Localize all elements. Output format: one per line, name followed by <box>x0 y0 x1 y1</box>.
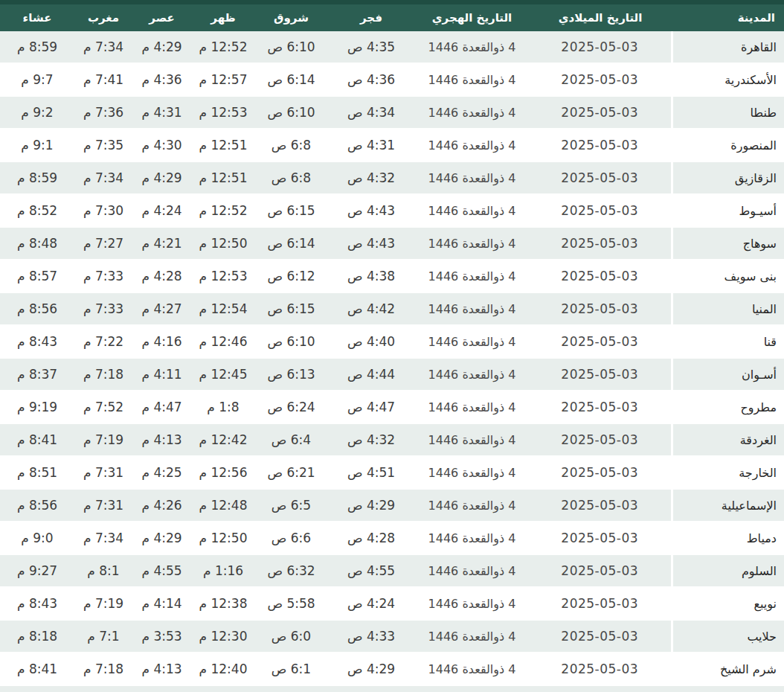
cell-city: نويبع <box>672 587 784 620</box>
cell-city: القاهرة <box>672 31 784 63</box>
cell-sunrise-time: 5:58 ص <box>255 587 327 620</box>
cell-sunrise-time: 6:6 ص <box>255 522 327 554</box>
cell-hijri-date: 4 ذوالقعدة 1446 <box>415 489 529 522</box>
cell-maghrib-time: 7:22 م <box>74 325 132 358</box>
cell-fajr-time: 4:34 ص <box>327 96 415 129</box>
cell-dhuhr-time: 12:50 م <box>191 227 255 260</box>
cell-city: دمياط <box>672 522 784 554</box>
cell-gregorian-date: 2025-05-03 <box>529 325 672 358</box>
cell-city: قنا <box>672 325 784 358</box>
cell-gregorian-date: 2025-05-03 <box>529 129 672 161</box>
cell-dhuhr-time: 12:57 م <box>191 63 255 96</box>
cell-isha-time: 9:0 م <box>0 522 74 554</box>
cell-maghrib-time: 7:34 م <box>74 522 132 554</box>
table-row: قنا 2025-05-03 4 ذوالقعدة 1446 4:40 ص 6:… <box>0 325 784 358</box>
cell-city: سوهاج <box>672 227 784 260</box>
prayer-times-table: المدينة التاريخ الميلادي التاريخ الهجري … <box>0 0 784 686</box>
cell-maghrib-time: 7:18 م <box>74 358 132 391</box>
cell-gregorian-date: 2025-05-03 <box>529 194 672 227</box>
column-header-hijri-date: التاريخ الهجري <box>415 2 529 31</box>
cell-city: المنصورة <box>672 129 784 161</box>
cell-maghrib-time: 7:34 م <box>74 31 132 63</box>
cell-asr-time: 4:13 م <box>132 653 191 685</box>
cell-hijri-date: 4 ذوالقعدة 1446 <box>415 194 529 227</box>
cell-maghrib-time: 7:19 م <box>74 587 132 620</box>
cell-hijri-date: 4 ذوالقعدة 1446 <box>415 292 529 325</box>
table-row: الغردقة 2025-05-03 4 ذوالقعدة 1446 4:32 … <box>0 423 784 456</box>
cell-dhuhr-time: 12:53 م <box>191 260 255 292</box>
cell-city: الخارجة <box>672 456 784 489</box>
cell-dhuhr-time: 12:46 م <box>191 325 255 358</box>
cell-sunrise-time: 6:32 ص <box>255 554 327 587</box>
cell-isha-time: 9:27 م <box>0 554 74 587</box>
cell-fajr-time: 4:40 ص <box>327 325 415 358</box>
cell-asr-time: 4:29 م <box>132 522 191 554</box>
cell-city: السلوم <box>672 554 784 587</box>
cell-city: طنطا <box>672 96 784 129</box>
cell-asr-time: 4:36 م <box>132 63 191 96</box>
cell-city: الأسكندرية <box>672 63 784 96</box>
table-row: مطروح 2025-05-03 4 ذوالقعدة 1446 4:47 ص … <box>0 391 784 423</box>
cell-gregorian-date: 2025-05-03 <box>529 260 672 292</box>
cell-fajr-time: 4:32 ص <box>327 161 415 194</box>
cell-isha-time: 8:43 م <box>0 587 74 620</box>
cell-dhuhr-time: 12:48 م <box>191 489 255 522</box>
cell-city: حلايب <box>672 620 784 653</box>
table-body: القاهرة 2025-05-03 4 ذوالقعدة 1446 4:35 … <box>0 31 784 685</box>
cell-maghrib-time: 7:36 م <box>74 96 132 129</box>
cell-gregorian-date: 2025-05-03 <box>529 423 672 456</box>
cell-asr-time: 4:31 م <box>132 96 191 129</box>
table-row: الإسماعيلية 2025-05-03 4 ذوالقعدة 1446 4… <box>0 489 784 522</box>
cell-gregorian-date: 2025-05-03 <box>529 63 672 96</box>
partial-next-row <box>0 686 784 692</box>
cell-asr-time: 4:25 م <box>132 456 191 489</box>
cell-sunrise-time: 6:21 ص <box>255 456 327 489</box>
table-row: أسـوان 2025-05-03 4 ذوالقعدة 1446 4:44 ص… <box>0 358 784 391</box>
table-row: السلوم 2025-05-03 4 ذوالقعدة 1446 4:55 ص… <box>0 554 784 587</box>
cell-hijri-date: 4 ذوالقعدة 1446 <box>415 522 529 554</box>
cell-maghrib-time: 7:41 م <box>74 63 132 96</box>
cell-hijri-date: 4 ذوالقعدة 1446 <box>415 260 529 292</box>
cell-dhuhr-time: 12:51 م <box>191 161 255 194</box>
table-row: حلايب 2025-05-03 4 ذوالقعدة 1446 4:33 ص … <box>0 620 784 653</box>
cell-maghrib-time: 7:1 م <box>74 620 132 653</box>
cell-dhuhr-time: 12:56 م <box>191 456 255 489</box>
table-header: المدينة التاريخ الميلادي التاريخ الهجري … <box>0 2 784 31</box>
cell-fajr-time: 4:24 ص <box>327 587 415 620</box>
cell-maghrib-time: 7:52 م <box>74 391 132 423</box>
cell-asr-time: 4:14 م <box>132 587 191 620</box>
cell-gregorian-date: 2025-05-03 <box>529 653 672 685</box>
cell-isha-time: 8:18 م <box>0 620 74 653</box>
cell-maghrib-time: 7:19 م <box>74 423 132 456</box>
column-header-isha: عشاء <box>0 2 74 31</box>
table-row: القاهرة 2025-05-03 4 ذوالقعدة 1446 4:35 … <box>0 31 784 63</box>
cell-fajr-time: 4:43 ص <box>327 227 415 260</box>
column-header-dhuhr: ظهر <box>191 2 255 31</box>
cell-fajr-time: 4:43 ص <box>327 194 415 227</box>
cell-dhuhr-time: 12:42 م <box>191 423 255 456</box>
cell-gregorian-date: 2025-05-03 <box>529 227 672 260</box>
cell-dhuhr-time: 1:8 م <box>191 391 255 423</box>
cell-fajr-time: 4:33 ص <box>327 620 415 653</box>
cell-fajr-time: 4:55 ص <box>327 554 415 587</box>
cell-sunrise-time: 6:10 ص <box>255 325 327 358</box>
cell-dhuhr-time: 12:38 م <box>191 587 255 620</box>
cell-isha-time: 8:56 م <box>0 489 74 522</box>
table-row: دمياط 2025-05-03 4 ذوالقعدة 1446 4:28 ص … <box>0 522 784 554</box>
cell-sunrise-time: 6:10 ص <box>255 31 327 63</box>
cell-hijri-date: 4 ذوالقعدة 1446 <box>415 129 529 161</box>
cell-asr-time: 4:24 م <box>132 194 191 227</box>
column-header-maghrib: مغرب <box>74 2 132 31</box>
cell-gregorian-date: 2025-05-03 <box>529 489 672 522</box>
cell-city: الغردقة <box>672 423 784 456</box>
column-header-gregorian-date: التاريخ الميلادي <box>529 2 672 31</box>
cell-isha-time: 8:48 م <box>0 227 74 260</box>
cell-fajr-time: 4:44 ص <box>327 358 415 391</box>
table-row: سوهاج 2025-05-03 4 ذوالقعدة 1446 4:43 ص … <box>0 227 784 260</box>
cell-asr-time: 4:21 م <box>132 227 191 260</box>
cell-city: أسيـوط <box>672 194 784 227</box>
cell-hijri-date: 4 ذوالقعدة 1446 <box>415 227 529 260</box>
cell-dhuhr-time: 12:53 م <box>191 96 255 129</box>
cell-isha-time: 8:56 م <box>0 292 74 325</box>
cell-city: المنيا <box>672 292 784 325</box>
